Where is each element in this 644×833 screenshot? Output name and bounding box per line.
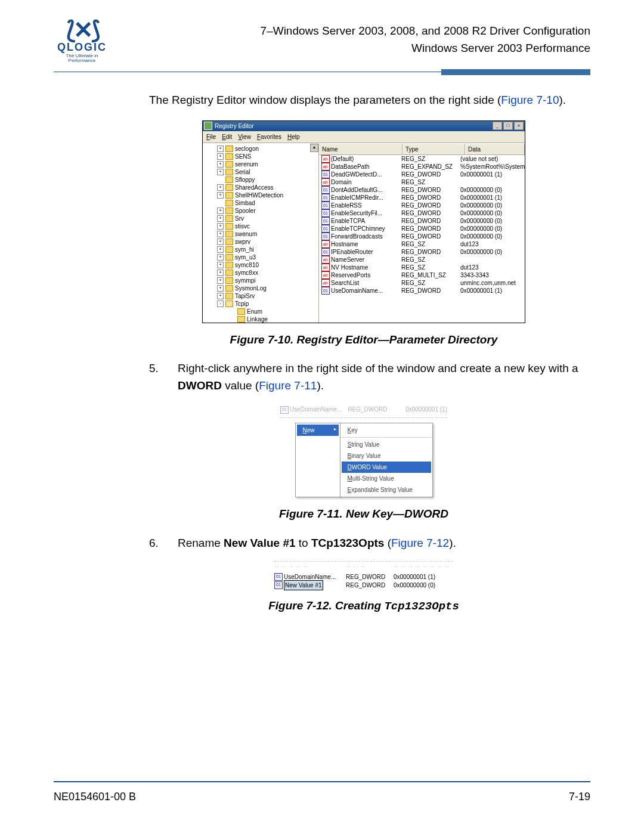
expand-toggle-icon[interactable]: + bbox=[217, 239, 224, 245]
registry-tree[interactable]: ▲ +seclogon+SENS+serenum+SerialSfloppy+S… bbox=[203, 144, 319, 323]
menu-item-view[interactable]: View bbox=[238, 132, 251, 141]
faded-value-name: UseDomainName... bbox=[290, 406, 342, 413]
close-button[interactable]: × bbox=[514, 122, 524, 130]
folder-icon bbox=[225, 200, 233, 206]
menu-item-binary-value[interactable]: Binary Value bbox=[342, 450, 431, 462]
expand-toggle-icon[interactable]: + bbox=[217, 153, 224, 160]
tree-node-seclogon[interactable]: +seclogon bbox=[205, 145, 318, 153]
folder-icon bbox=[225, 293, 233, 299]
tree-node-simbad[interactable]: Simbad bbox=[205, 199, 318, 207]
menu-item-edit[interactable]: Edit bbox=[222, 132, 232, 141]
expand-toggle-icon[interactable]: + bbox=[217, 270, 224, 276]
menu-item-new[interactable]: New▸ bbox=[297, 425, 339, 436]
figure-7-10-registry-editor: Registry Editor _ □ × FileEditViewFavori… bbox=[202, 120, 525, 323]
figure-ref-7-10[interactable]: Figure 7-10 bbox=[501, 94, 559, 106]
figure-7-11-caption: Figure 7-11. New Key—DWORD bbox=[149, 506, 578, 523]
col-header-name[interactable]: Name bbox=[319, 144, 402, 155]
expand-toggle-icon[interactable]: + bbox=[217, 208, 224, 214]
tree-node-linkage[interactable]: Linkage bbox=[205, 315, 318, 323]
tree-node-srv[interactable]: +Srv bbox=[205, 215, 318, 222]
expand-toggle-icon[interactable]: + bbox=[217, 293, 224, 299]
window-title: Registry Editor bbox=[215, 122, 254, 131]
folder-icon bbox=[225, 254, 233, 261]
expand-toggle-icon[interactable]: + bbox=[217, 169, 224, 175]
tree-node-spooler[interactable]: +Spooler bbox=[205, 207, 318, 215]
intro-paragraph: The Registry Editor window displays the … bbox=[149, 92, 578, 109]
tree-node-sym_hi[interactable]: +sym_hi bbox=[205, 246, 318, 253]
logo-glyph-icon: ⟅✕⟆ bbox=[54, 18, 110, 42]
submenu-arrow-icon: ▸ bbox=[334, 426, 336, 433]
tree-node-sens[interactable]: +SENS bbox=[205, 153, 318, 160]
regedit-icon bbox=[204, 122, 212, 130]
tree-node-symc8xx[interactable]: +symc8xx bbox=[205, 269, 318, 277]
folder-icon bbox=[225, 192, 233, 199]
tree-node-sym_u3[interactable]: +sym_u3 bbox=[205, 253, 318, 261]
dword-icon: 01 bbox=[274, 581, 283, 589]
figure-ref-7-11[interactable]: Figure 7-11 bbox=[259, 379, 317, 392]
figure-7-12-rename: — — — — —— — —— — — — — — — — 01UseDomai… bbox=[274, 561, 453, 589]
folder-icon bbox=[225, 239, 233, 245]
menu-item-file[interactable]: File bbox=[206, 132, 216, 141]
tree-node-serial[interactable]: +Serial bbox=[205, 168, 318, 176]
tree-node-tapisrv[interactable]: +TapiSrv bbox=[205, 292, 318, 300]
window-menubar[interactable]: FileEditViewFavoritesHelp bbox=[203, 131, 525, 143]
tree-node-sysmonlog[interactable]: +SysmonLog bbox=[205, 284, 318, 292]
col-header-data[interactable]: Data bbox=[465, 144, 525, 155]
value-row[interactable]: 01UseDomainName...REG_DWORD0x00000001 (1… bbox=[319, 287, 525, 295]
expand-toggle-icon[interactable]: + bbox=[217, 145, 224, 152]
tree-node-swprv[interactable]: +swprv bbox=[205, 238, 318, 246]
figure-ref-7-12[interactable]: Figure 7-12 bbox=[391, 537, 449, 549]
figure-7-12-caption: Figure 7-12. Creating Tcp1323Opts bbox=[149, 597, 578, 615]
header-rule bbox=[54, 69, 590, 75]
rename-row[interactable]: 01New Value #1REG_DWORD0x00000000 (0) bbox=[274, 581, 453, 589]
tree-node-stisvc[interactable]: +stisvc bbox=[205, 222, 318, 230]
faded-value-data: 0x00000001 (1) bbox=[405, 405, 447, 414]
tree-node-serenum[interactable]: +serenum bbox=[205, 160, 318, 168]
expand-toggle-icon[interactable]: + bbox=[217, 285, 224, 292]
context-submenu-new[interactable]: KeyString ValueBinary ValueDWORD ValueMu… bbox=[340, 423, 433, 497]
step-5-number: 5. bbox=[149, 360, 163, 394]
expand-toggle-icon[interactable]: + bbox=[217, 254, 224, 261]
expand-toggle-icon[interactable]: + bbox=[217, 161, 224, 168]
folder-icon bbox=[225, 153, 233, 160]
maximize-button[interactable]: □ bbox=[503, 122, 513, 130]
rename-edit-field[interactable]: New Value #1 bbox=[284, 580, 323, 590]
menu-item-help[interactable]: Help bbox=[287, 132, 300, 141]
registry-value-list[interactable]: Name Type Data ab(Default)REG_SZ(value n… bbox=[319, 144, 525, 323]
menu-item-favorites[interactable]: Favorites bbox=[257, 132, 281, 141]
faded-value-type: REG_DWORD bbox=[348, 405, 387, 414]
expand-toggle-icon[interactable]: + bbox=[217, 192, 224, 199]
menu-item-string-value[interactable]: String Value bbox=[342, 439, 431, 450]
folder-icon bbox=[225, 285, 233, 292]
folder-icon bbox=[225, 208, 233, 214]
col-header-type[interactable]: Type bbox=[402, 144, 465, 155]
folder-icon bbox=[225, 169, 233, 175]
scroll-up-button[interactable]: ▲ bbox=[310, 144, 318, 152]
menu-item-expandable-string-value[interactable]: Expandable String Value bbox=[342, 484, 431, 496]
expand-toggle-icon[interactable]: - bbox=[217, 301, 224, 307]
expand-toggle-icon[interactable]: + bbox=[217, 277, 224, 284]
folder-icon bbox=[225, 184, 233, 191]
tree-node-symc810[interactable]: +symc810 bbox=[205, 261, 318, 269]
menu-item-key[interactable]: Key bbox=[342, 425, 431, 436]
expand-toggle-icon[interactable]: + bbox=[217, 262, 224, 268]
folder-icon bbox=[225, 176, 233, 183]
window-titlebar[interactable]: Registry Editor _ □ × bbox=[203, 121, 525, 131]
context-menu-primary[interactable]: New▸ bbox=[295, 423, 340, 497]
expand-toggle-icon[interactable]: + bbox=[217, 215, 224, 222]
tree-node-swenum[interactable]: +swenum bbox=[205, 230, 318, 238]
expand-toggle-icon[interactable]: + bbox=[217, 223, 224, 230]
dword-icon: 01 bbox=[280, 406, 289, 414]
folder-icon bbox=[225, 270, 233, 276]
menu-item-multi-string-value[interactable]: Multi-String Value bbox=[342, 473, 431, 484]
header-section: Windows Server 2003 Performance bbox=[128, 40, 590, 57]
folder-icon bbox=[225, 161, 233, 168]
menu-item-dword-value[interactable]: DWORD Value bbox=[342, 462, 431, 473]
tree-node-shellhwdetection[interactable]: +ShellHWDetection bbox=[205, 191, 318, 199]
expand-toggle-icon[interactable]: + bbox=[217, 231, 224, 237]
minimize-button[interactable]: _ bbox=[493, 122, 502, 130]
folder-icon bbox=[225, 277, 233, 284]
logo-brand: QLOGIC bbox=[54, 42, 110, 52]
expand-toggle-icon[interactable]: + bbox=[217, 246, 224, 253]
expand-toggle-icon[interactable]: + bbox=[217, 184, 224, 191]
